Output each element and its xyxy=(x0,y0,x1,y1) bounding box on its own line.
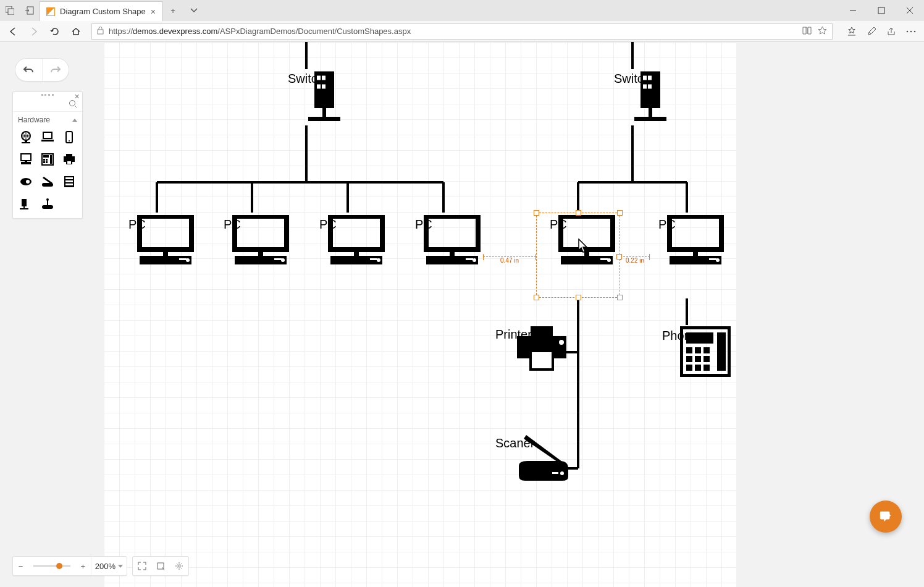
url-text: https://demos.devexpress.com/ASPxDiagram… xyxy=(109,27,797,36)
chevron-up-icon xyxy=(72,119,77,122)
svg-point-70 xyxy=(907,30,909,32)
settings-more-icon[interactable] xyxy=(902,22,920,41)
chevron-down-icon xyxy=(118,565,123,568)
zoom-value-dropdown[interactable]: 200% xyxy=(91,557,127,575)
shape-printer[interactable] xyxy=(61,151,78,167)
node-pc-5[interactable]: PC xyxy=(550,215,567,232)
shape-group-label: Hardware xyxy=(18,116,50,124)
svg-rect-69 xyxy=(98,30,103,34)
share-icon[interactable] xyxy=(882,22,901,41)
svg-point-73 xyxy=(70,101,75,106)
node-switch-2[interactable]: Switch xyxy=(614,69,650,86)
shape-laptop[interactable] xyxy=(38,129,56,145)
new-tab-button[interactable]: + xyxy=(162,0,183,21)
shape-projector[interactable] xyxy=(17,174,35,190)
dimension-right: 0.22 in xyxy=(620,256,650,264)
shape-server[interactable] xyxy=(17,196,35,212)
browser-tab[interactable]: Diagram Custom Shape × xyxy=(40,1,162,21)
tab-actions-icon[interactable] xyxy=(0,6,20,15)
tab-close-icon[interactable]: × xyxy=(151,7,156,16)
svg-point-75 xyxy=(178,565,180,567)
nav-forward-button[interactable] xyxy=(25,22,43,41)
tabs-dropdown-icon[interactable] xyxy=(183,0,204,21)
node-pc-2[interactable]: PC xyxy=(224,215,241,232)
zoom-out-button[interactable]: − xyxy=(13,557,28,575)
shape-scanner[interactable] xyxy=(38,174,56,190)
undo-button[interactable] xyxy=(15,59,43,81)
shape-phone[interactable] xyxy=(38,151,56,167)
fullscreen-button[interactable] xyxy=(133,557,151,575)
panel-close-icon[interactable]: ✕ xyxy=(74,93,80,101)
nav-back-button[interactable] xyxy=(4,22,22,41)
nav-home-button[interactable] xyxy=(67,22,85,41)
settings-button[interactable] xyxy=(170,557,188,575)
svg-point-72 xyxy=(914,30,916,32)
node-scanner[interactable]: Scaner xyxy=(495,434,534,450)
svg-point-71 xyxy=(910,30,912,32)
set-aside-tabs-icon[interactable] xyxy=(20,6,40,15)
shapes-search-icon[interactable] xyxy=(69,99,77,110)
panel-drag-handle[interactable] xyxy=(13,92,82,97)
node-pc-6[interactable]: PC xyxy=(658,215,676,232)
dimension-handle xyxy=(616,254,622,260)
favorite-icon[interactable] xyxy=(818,26,827,37)
dimension-left: 0.47 in xyxy=(483,256,536,264)
tab-title: Diagram Custom Shape xyxy=(60,7,146,16)
undo-redo-toolbar xyxy=(15,58,69,82)
node-pc-4[interactable]: PC xyxy=(415,215,432,232)
node-switch-1[interactable]: Switch xyxy=(288,69,324,86)
address-bar[interactable]: https://demos.devexpress.com/ASPxDiagram… xyxy=(91,23,833,40)
window-close-button[interactable] xyxy=(896,0,924,21)
zoom-slider[interactable] xyxy=(28,565,75,567)
svg-rect-66 xyxy=(8,9,14,15)
diagram-canvas[interactable]: Switch Switch PC PC PC PC PC PC Printer … xyxy=(104,42,736,587)
shapes-panel: ✕ Hardware xyxy=(12,91,83,219)
node-pc-3[interactable]: PC xyxy=(319,215,337,232)
node-printer[interactable]: Printer xyxy=(495,325,532,342)
notes-icon[interactable] xyxy=(862,22,881,41)
redo-button[interactable] xyxy=(43,59,69,81)
shape-pc[interactable] xyxy=(17,151,35,167)
favorites-list-icon[interactable] xyxy=(842,22,861,41)
window-minimize-button[interactable] xyxy=(839,0,867,21)
auto-zoom-button[interactable] xyxy=(151,557,170,575)
node-phone[interactable]: Phone xyxy=(662,326,698,343)
lock-icon xyxy=(97,27,104,36)
shape-server-rack[interactable] xyxy=(61,174,78,190)
feedback-fab[interactable] xyxy=(870,500,902,533)
window-maximize-button[interactable] xyxy=(867,0,896,21)
zoom-toolbar: − + 200% xyxy=(12,556,127,576)
tab-favicon-icon xyxy=(46,7,55,16)
shape-mobile[interactable] xyxy=(61,129,78,145)
shape-group-header[interactable]: Hardware xyxy=(13,112,82,127)
shape-internet[interactable] xyxy=(17,129,35,145)
nav-refresh-button[interactable] xyxy=(46,22,64,41)
reading-view-icon[interactable] xyxy=(802,27,812,36)
svg-rect-68 xyxy=(878,7,884,14)
shape-router[interactable] xyxy=(38,196,56,212)
node-pc-1[interactable]: PC xyxy=(128,215,146,232)
zoom-in-button[interactable]: + xyxy=(75,557,91,575)
